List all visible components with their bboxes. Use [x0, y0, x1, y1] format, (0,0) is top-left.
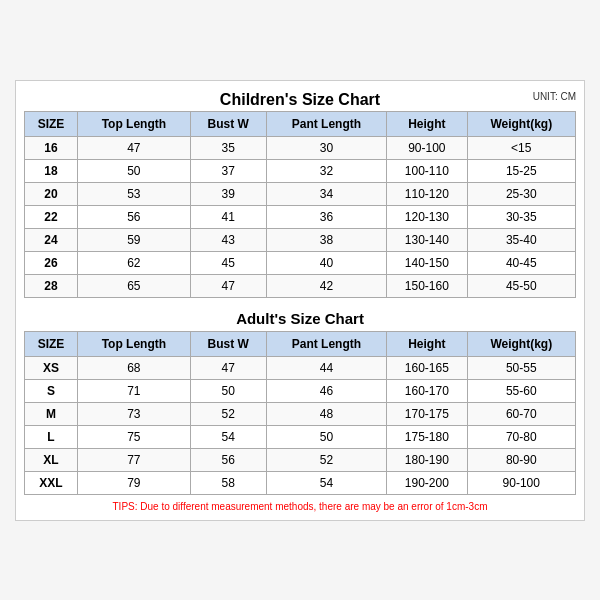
adult-cell: 52: [190, 402, 266, 425]
children-cell: 150-160: [387, 274, 467, 297]
adult-cell: 46: [266, 379, 386, 402]
adult-cell: 77: [78, 448, 191, 471]
children-header-row: SIZE Top Length Bust W Pant Length Heigh…: [25, 111, 576, 136]
children-col-bust-w: Bust W: [190, 111, 266, 136]
children-cell: 39: [190, 182, 266, 205]
adult-table-row: L755450175-18070-80: [25, 425, 576, 448]
adult-cell: S: [25, 379, 78, 402]
children-table-row: 1647353090-100<15: [25, 136, 576, 159]
children-cell: 50: [78, 159, 191, 182]
children-cell: 20: [25, 182, 78, 205]
adult-table: SIZE Top Length Bust W Pant Length Heigh…: [24, 331, 576, 495]
adult-cell: 71: [78, 379, 191, 402]
adult-section-title: Adult's Size Chart: [24, 304, 576, 331]
children-table-row: 18503732100-11015-25: [25, 159, 576, 182]
chart-container: Children's Size Chart UNIT: CM SIZE Top …: [15, 80, 585, 521]
adult-cell: 79: [78, 471, 191, 494]
tips-text: TIPS: Due to different measurement metho…: [24, 501, 576, 512]
adult-cell: 70-80: [467, 425, 575, 448]
adult-cell: 90-100: [467, 471, 575, 494]
children-cell: 16: [25, 136, 78, 159]
children-cell: 35: [190, 136, 266, 159]
children-cell: 62: [78, 251, 191, 274]
children-cell: 36: [266, 205, 386, 228]
children-cell: 47: [190, 274, 266, 297]
adult-cell: XL: [25, 448, 78, 471]
adult-cell: 175-180: [387, 425, 467, 448]
children-cell: 22: [25, 205, 78, 228]
adult-cell: 50: [190, 379, 266, 402]
children-cell: 30-35: [467, 205, 575, 228]
adult-table-row: XL775652180-19080-90: [25, 448, 576, 471]
children-col-pant-length: Pant Length: [266, 111, 386, 136]
children-cell: 25-30: [467, 182, 575, 205]
adult-cell: 160-165: [387, 356, 467, 379]
children-table-row: 26624540140-15040-45: [25, 251, 576, 274]
adult-col-weight: Weight(kg): [467, 331, 575, 356]
children-cell: 15-25: [467, 159, 575, 182]
adult-cell: 80-90: [467, 448, 575, 471]
adult-cell: 58: [190, 471, 266, 494]
children-cell: 18: [25, 159, 78, 182]
adult-cell: 75: [78, 425, 191, 448]
children-cell: 59: [78, 228, 191, 251]
adult-cell: 54: [266, 471, 386, 494]
children-cell: 28: [25, 274, 78, 297]
children-cell: 56: [78, 205, 191, 228]
adult-col-height: Height: [387, 331, 467, 356]
adult-cell: 52: [266, 448, 386, 471]
children-cell: 24: [25, 228, 78, 251]
children-cell: 130-140: [387, 228, 467, 251]
adult-cell: 54: [190, 425, 266, 448]
adult-cell: 48: [266, 402, 386, 425]
children-cell: 53: [78, 182, 191, 205]
children-table-row: 28654742150-16045-50: [25, 274, 576, 297]
adult-cell: XXL: [25, 471, 78, 494]
children-cell: 40: [266, 251, 386, 274]
children-cell: <15: [467, 136, 575, 159]
adult-cell: 47: [190, 356, 266, 379]
children-cell: 100-110: [387, 159, 467, 182]
adult-table-row: XXL795854190-20090-100: [25, 471, 576, 494]
adult-cell: M: [25, 402, 78, 425]
children-cell: 34: [266, 182, 386, 205]
children-section-title: Children's Size Chart UNIT: CM: [24, 91, 576, 109]
adult-cell: L: [25, 425, 78, 448]
children-col-top-length: Top Length: [78, 111, 191, 136]
adult-header-row: SIZE Top Length Bust W Pant Length Heigh…: [25, 331, 576, 356]
children-table-row: 22564136120-13030-35: [25, 205, 576, 228]
children-col-height: Height: [387, 111, 467, 136]
adult-table-row: S715046160-17055-60: [25, 379, 576, 402]
children-cell: 32: [266, 159, 386, 182]
children-cell: 43: [190, 228, 266, 251]
children-table-row: 24594338130-14035-40: [25, 228, 576, 251]
unit-label: UNIT: CM: [533, 91, 576, 102]
adult-cell: 68: [78, 356, 191, 379]
children-col-size: SIZE: [25, 111, 78, 136]
children-col-weight: Weight(kg): [467, 111, 575, 136]
children-title-text: Children's Size Chart: [220, 91, 380, 108]
children-cell: 45: [190, 251, 266, 274]
children-cell: 65: [78, 274, 191, 297]
adult-cell: 160-170: [387, 379, 467, 402]
adult-col-size: SIZE: [25, 331, 78, 356]
children-cell: 47: [78, 136, 191, 159]
adult-col-pant-length: Pant Length: [266, 331, 386, 356]
children-cell: 140-150: [387, 251, 467, 274]
children-cell: 30: [266, 136, 386, 159]
children-cell: 40-45: [467, 251, 575, 274]
adult-cell: 180-190: [387, 448, 467, 471]
adult-cell: 170-175: [387, 402, 467, 425]
children-cell: 26: [25, 251, 78, 274]
children-cell: 41: [190, 205, 266, 228]
adult-cell: 55-60: [467, 379, 575, 402]
adult-cell: 44: [266, 356, 386, 379]
adult-title-text: Adult's Size Chart: [236, 310, 364, 327]
adult-col-top-length: Top Length: [78, 331, 191, 356]
adult-cell: 50-55: [467, 356, 575, 379]
adult-table-row: M735248170-17560-70: [25, 402, 576, 425]
adult-cell: 50: [266, 425, 386, 448]
adult-cell: 60-70: [467, 402, 575, 425]
adult-cell: XS: [25, 356, 78, 379]
children-cell: 45-50: [467, 274, 575, 297]
